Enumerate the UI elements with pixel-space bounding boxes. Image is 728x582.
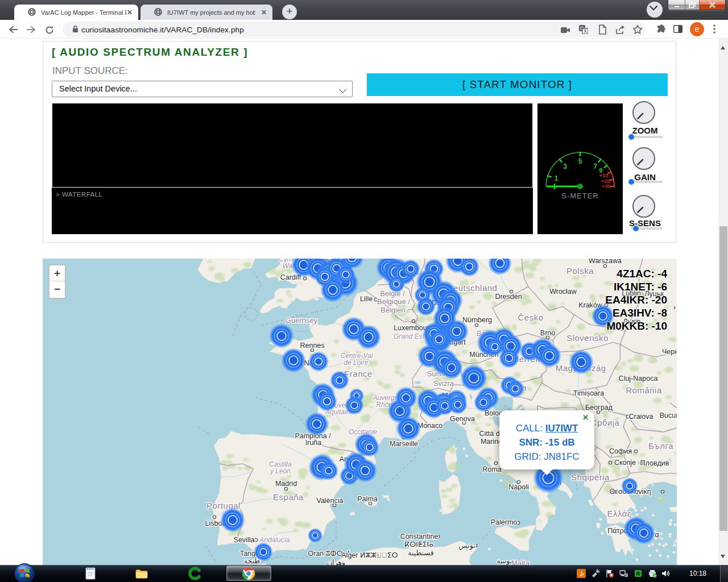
svg-text:قسنطينة: قسنطينة (408, 549, 433, 557)
svg-text:وهران: وهران (327, 559, 345, 565)
svg-text:+30: +30 (602, 183, 611, 189)
svg-text:Shqipëria: Shqipëria (571, 472, 610, 482)
svg-text:Пловдив: Пловдив (640, 459, 669, 467)
svg-text:α: α (655, 531, 659, 539)
svg-text:Palma: Palma (357, 495, 377, 503)
svg-text:Madrid: Madrid (275, 480, 297, 488)
svg-text:Città di: Città di (479, 430, 502, 438)
svg-text:Bucur: Bucur (660, 411, 677, 419)
svg-text:Sevilla: Sevilla (234, 536, 255, 544)
svg-text:Belgien: Belgien (380, 306, 405, 314)
svg-text:Belgique /: Belgique / (377, 297, 410, 306)
svg-text:Roma: Roma (482, 465, 501, 473)
svg-text:Guernsey: Guernsey (286, 316, 318, 325)
svg-text:Скопје: Скопје (614, 459, 636, 467)
svg-text:ⴽⵙⵏⵟⵉⵏⴰ: ⴽⵙⵏⵟⵉⵏⴰ (405, 541, 434, 548)
svg-text:de Loire: de Loire (344, 359, 369, 367)
svg-text:Palermo: Palermo (491, 518, 518, 526)
svg-text:تونس: تونس (458, 542, 475, 550)
svg-text:Craiova: Craiova (628, 413, 653, 421)
svg-text:România: România (626, 385, 662, 395)
svg-text:Србија: Србија (591, 418, 620, 427)
svg-text:Marseille: Marseille (390, 440, 418, 448)
svg-text:Iruña: Iruña (305, 439, 322, 447)
svg-text:Monaco: Monaco (417, 422, 443, 430)
svg-text:y León: y León (270, 467, 291, 475)
svg-text:Malta: Malta (511, 559, 530, 565)
svg-text:Česko: Česko (518, 313, 543, 322)
svg-text:Черні: Черні (662, 348, 677, 356)
svg-text:València: València (316, 497, 343, 505)
svg-text:1: 1 (555, 174, 559, 182)
svg-text:София: София (609, 447, 632, 455)
svg-text:Dresden: Dresden (495, 293, 522, 301)
svg-text:Brno: Brno (540, 329, 555, 337)
svg-text:Lille: Lille (360, 295, 373, 303)
svg-text:Бълга: Бълга (648, 441, 673, 451)
svg-text:7: 7 (593, 163, 597, 171)
svg-text:Constantine: Constantine (400, 533, 439, 541)
svg-text:Wrocław: Wrocław (549, 288, 577, 296)
svg-text:Rennes: Rennes (300, 342, 324, 350)
svg-text:Genova: Genova (450, 415, 475, 423)
svg-text:Timișoara: Timișoara (573, 389, 604, 397)
svg-text:España: España (273, 492, 304, 502)
svg-text:Polska: Polska (566, 266, 594, 276)
svg-text:Svizra: Svizra (433, 379, 454, 388)
svg-text:Grand Est: Grand Est (394, 332, 425, 340)
svg-text:Warszawa: Warszawa (589, 259, 622, 265)
svg-text:Slovensko: Slovensko (566, 333, 609, 343)
svg-text:S-METER: S-METER (561, 192, 599, 200)
svg-text:3: 3 (563, 163, 567, 171)
svg-text:Nürnberg: Nürnberg (462, 316, 492, 324)
svg-text:Napoli: Napoli (508, 483, 528, 491)
svg-text:Ελλάς: Ελλάς (607, 509, 631, 518)
svg-text:5: 5 (578, 157, 582, 165)
svg-text:Cluj-Napoca: Cluj-Napoca (619, 375, 658, 383)
svg-text:Alger ⵍⵣⵣⴰ⵿ⵉⵔ: Alger ⵍⵣⵣⴰ⵿ⵉⵔ (341, 551, 398, 559)
